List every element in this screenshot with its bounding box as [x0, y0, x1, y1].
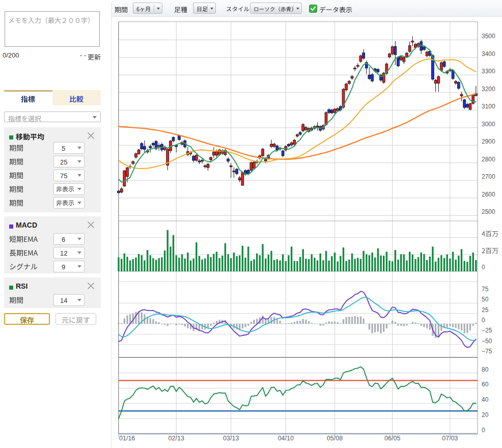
svg-text:06/05: 06/05: [384, 435, 400, 442]
svg-text:3100: 3100: [482, 103, 495, 110]
svg-text:2500: 2500: [482, 208, 495, 215]
svg-text:25: 25: [482, 306, 489, 314]
svg-text:−25: −25: [482, 327, 492, 334]
svg-text:3200: 3200: [482, 86, 495, 93]
svg-text:−75: −75: [482, 348, 492, 355]
svg-text:−50: −50: [482, 338, 492, 345]
svg-text:0: 0: [482, 427, 485, 434]
svg-text:20: 20: [482, 411, 489, 418]
svg-text:40: 40: [482, 396, 489, 403]
svg-text:2700: 2700: [482, 173, 495, 180]
svg-text:01/16: 01/16: [119, 435, 135, 442]
svg-text:0: 0: [482, 317, 485, 324]
svg-text:3300: 3300: [482, 68, 495, 75]
svg-text:3500: 3500: [482, 33, 495, 40]
svg-text:3400: 3400: [482, 50, 495, 58]
svg-text:2600: 2600: [482, 191, 495, 198]
svg-text:07/03: 07/03: [442, 435, 458, 442]
svg-text:02/13: 02/13: [169, 435, 184, 442]
svg-text:03/13: 03/13: [223, 435, 239, 442]
svg-text:60: 60: [482, 381, 489, 388]
svg-text:0: 0: [482, 264, 485, 271]
svg-text:2800: 2800: [482, 156, 495, 163]
svg-text:3000: 3000: [482, 121, 495, 128]
svg-text:80: 80: [482, 366, 489, 373]
svg-text:50: 50: [482, 296, 489, 303]
svg-text:2900: 2900: [482, 138, 495, 145]
svg-text:05/08: 05/08: [327, 435, 343, 442]
svg-text:75: 75: [482, 286, 489, 293]
svg-text:04/10: 04/10: [278, 435, 294, 442]
